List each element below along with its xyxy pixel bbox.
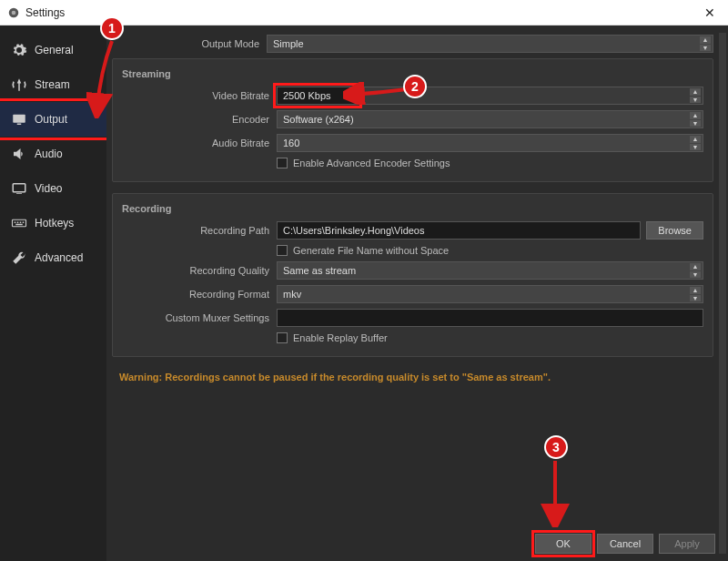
display-icon (11, 180, 27, 197)
output-mode-value: Simple (273, 38, 304, 49)
recording-format-select[interactable]: mkv ▲▼ (277, 285, 703, 303)
browse-button[interactable]: Browse (646, 221, 703, 240)
replay-buffer-label: Enable Replay Buffer (293, 332, 388, 343)
annotation-arrow-3 (537, 459, 573, 527)
window-close-button[interactable]: ✕ (692, 0, 728, 26)
recording-format-label: Recording Format (122, 289, 277, 300)
gear-icon (11, 42, 27, 58)
sidebar-item-label: Stream (35, 78, 70, 91)
checkbox-icon (277, 332, 288, 343)
advanced-encoder-row: Enable Advanced Encoder Settings (122, 158, 703, 168)
output-settings-panel: Output Mode Simple ▲▼ Streaming Video Bi… (106, 26, 728, 561)
output-mode-label: Output Mode (112, 38, 267, 49)
recording-format-value: mkv (283, 289, 301, 300)
recording-path-input[interactable]: C:\Users\Brinksley.Hong\Videos (277, 221, 641, 240)
replay-buffer-row: Enable Replay Buffer (122, 332, 703, 343)
tools-icon (11, 250, 27, 266)
warning-text: Warning: Recordings cannot be paused if … (112, 368, 713, 386)
audio-bitrate-select[interactable]: 160 ▲▼ (277, 134, 703, 152)
sidebar-item-label: Output (35, 113, 67, 126)
audio-bitrate-label: Audio Bitrate (122, 138, 277, 148)
monitor-icon (11, 111, 27, 128)
svg-rect-4 (13, 184, 25, 192)
muxer-input[interactable] (277, 309, 703, 327)
svg-point-1 (12, 10, 16, 15)
checkbox-icon (277, 158, 288, 168)
spinner-icon: ▲▼ (700, 36, 711, 51)
scrollbar[interactable] (719, 33, 726, 554)
svg-rect-10 (23, 222, 25, 224)
encoder-value: Software (x264) (283, 114, 354, 125)
sidebar-item-label: Advanced (35, 251, 83, 264)
sidebar-item-hotkeys[interactable]: Hotkeys (0, 206, 106, 240)
spinner-icon: ▲▼ (690, 112, 701, 127)
replay-buffer-checkbox[interactable]: Enable Replay Buffer (277, 332, 703, 343)
filename-space-row: Generate File Name without Space (122, 245, 703, 256)
recording-path-value: C:\Users\Brinksley.Hong\Videos (283, 225, 425, 236)
output-mode-select[interactable]: Simple ▲▼ (267, 35, 713, 53)
app-icon (7, 6, 20, 19)
recording-group: Recording Recording Path C:\Users\Brinks… (112, 193, 713, 357)
keyboard-icon (11, 215, 27, 231)
annotation-badge-1: 1 (100, 16, 124, 40)
body: General Stream Output Audio Video Hotkey… (0, 26, 728, 561)
dialog-footer: OK Cancel Apply (535, 534, 715, 554)
speaker-icon (11, 146, 27, 162)
sidebar-item-advanced[interactable]: Advanced (0, 240, 106, 275)
recording-quality-label: Recording Quality (122, 265, 277, 276)
sidebar-item-video[interactable]: Video (0, 171, 106, 206)
recording-format-row: Recording Format mkv ▲▼ (122, 285, 703, 303)
antenna-icon (11, 76, 27, 93)
spinner-icon: ▲▼ (690, 287, 701, 301)
annotation-arrow-1 (86, 36, 123, 118)
window-title: Settings (25, 6, 65, 19)
encoder-row: Encoder Software (x264) ▲▼ (122, 110, 703, 128)
svg-rect-9 (20, 222, 22, 224)
spinner-icon: ▲▼ (690, 263, 701, 278)
sidebar-item-label: Audio (35, 148, 63, 160)
recording-quality-row: Recording Quality Same as stream ▲▼ (122, 261, 703, 280)
sidebar-item-label: Video (35, 182, 62, 195)
audio-bitrate-row: Audio Bitrate 160 ▲▼ (122, 134, 703, 152)
advanced-encoder-checkbox[interactable]: Enable Advanced Encoder Settings (277, 158, 703, 168)
recording-path-row: Recording Path C:\Users\Brinksley.Hong\V… (122, 221, 703, 240)
spinner-icon: ▲▼ (690, 88, 701, 103)
filename-space-label: Generate File Name without Space (293, 245, 449, 256)
apply-button[interactable]: Apply (659, 534, 715, 554)
encoder-label: Encoder (122, 114, 277, 125)
svg-rect-5 (16, 193, 22, 194)
video-bitrate-value: 2500 Kbps (283, 90, 331, 101)
encoder-select[interactable]: Software (x264) ▲▼ (277, 110, 703, 128)
svg-rect-3 (17, 124, 22, 126)
recording-path-label: Recording Path (122, 225, 277, 236)
spinner-icon: ▲▼ (690, 136, 701, 150)
svg-rect-8 (17, 222, 19, 224)
advanced-encoder-label: Enable Advanced Encoder Settings (293, 158, 450, 168)
video-bitrate-label: Video Bitrate (122, 90, 277, 101)
sidebar-item-label: Hotkeys (35, 217, 74, 230)
filename-space-checkbox[interactable]: Generate File Name without Space (277, 245, 703, 256)
svg-rect-7 (15, 222, 16, 224)
checkbox-icon (277, 245, 288, 256)
audio-bitrate-value: 160 (283, 138, 299, 148)
recording-legend: Recording (122, 203, 703, 214)
annotation-badge-2: 2 (403, 75, 427, 98)
recording-quality-value: Same as stream (283, 265, 356, 276)
recording-quality-select[interactable]: Same as stream ▲▼ (277, 261, 703, 280)
ok-button[interactable]: OK (535, 534, 592, 554)
svg-rect-11 (15, 224, 23, 226)
muxer-row: Custom Muxer Settings (122, 309, 703, 327)
settings-window: Settings ✕ General Stream Output Audio (0, 0, 728, 561)
annotation-badge-3: 3 (544, 435, 568, 459)
cancel-button[interactable]: Cancel (597, 534, 653, 554)
muxer-label: Custom Muxer Settings (122, 312, 277, 323)
sidebar-item-label: General (35, 44, 74, 56)
sidebar-item-audio[interactable]: Audio (0, 137, 106, 171)
svg-rect-2 (13, 115, 25, 123)
output-mode-row: Output Mode Simple ▲▼ (112, 35, 713, 53)
